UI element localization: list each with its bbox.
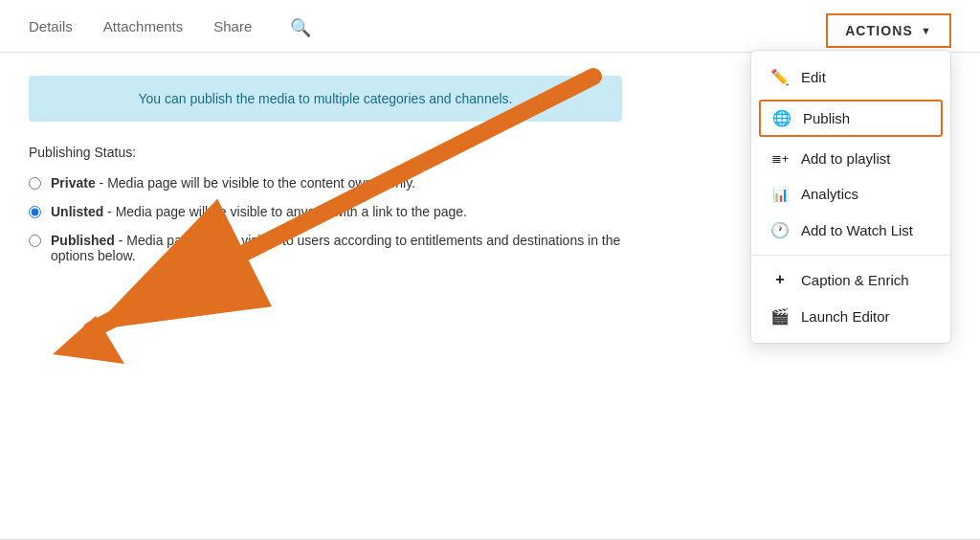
- menu-divider: [751, 255, 950, 256]
- analytics-icon: 📊: [770, 187, 790, 202]
- editor-icon: 🎬: [770, 307, 790, 326]
- search-icon-wrap[interactable]: 🔍: [290, 17, 311, 52]
- radio-published-desc: - Media page will be visible to users ac…: [51, 233, 620, 263]
- tab-details[interactable]: Details: [29, 18, 73, 51]
- menu-item-watch-list[interactable]: 🕐 Add to Watch List: [751, 212, 950, 249]
- svg-marker-2: [53, 316, 124, 364]
- radio-published-text: Published - Media page will be visible t…: [51, 233, 651, 263]
- tab-attachments[interactable]: Attachments: [103, 18, 183, 51]
- chevron-down-icon: ▼: [921, 25, 932, 36]
- radio-unlisted[interactable]: [29, 206, 41, 218]
- menu-item-launch-editor[interactable]: 🎬 Launch Editor: [751, 298, 950, 335]
- menu-item-caption-label: Caption & Enrich: [801, 272, 909, 288]
- tabs-bar: Details Attachments Share 🔍 ACTIONS ▼: [0, 0, 980, 53]
- menu-item-editor-label: Launch Editor: [801, 308, 890, 325]
- radio-published[interactable]: [29, 235, 41, 247]
- radio-private-text: Private - Media page will be visible to …: [51, 175, 415, 191]
- radio-unlisted-text: Unlisted - Media page will be visible to…: [51, 204, 467, 219]
- info-banner: You can publish the media to multiple ca…: [29, 76, 622, 122]
- radio-item-unlisted: Unlisted - Media page will be visible to…: [29, 204, 651, 219]
- menu-item-add-to-playlist[interactable]: ≣+ Add to playlist: [751, 141, 950, 176]
- menu-item-analytics[interactable]: 📊 Analytics: [751, 176, 950, 212]
- menu-item-watch-label: Add to Watch List: [801, 222, 913, 238]
- menu-item-playlist-label: Add to playlist: [801, 150, 890, 167]
- radio-published-label: Published: [51, 233, 115, 248]
- search-icon: 🔍: [290, 18, 311, 37]
- globe-icon: 🌐: [772, 109, 791, 127]
- playlist-icon: ≣+: [770, 151, 790, 166]
- radio-private-desc: - Media page will be visible to the cont…: [96, 175, 415, 191]
- dropdown-menu: ✏️ Edit 🌐 Publish ≣+ Add to playlist 📊 A…: [750, 50, 951, 344]
- menu-item-analytics-label: Analytics: [801, 186, 858, 202]
- actions-label: ACTIONS: [845, 23, 913, 38]
- menu-item-publish[interactable]: 🌐 Publish: [759, 100, 943, 137]
- radio-unlisted-label: Unlisted: [51, 204, 103, 219]
- info-banner-text: You can publish the media to multiple ca…: [139, 91, 513, 106]
- menu-item-caption[interactable]: + Caption & Enrich: [751, 261, 950, 298]
- radio-group: Private - Media page will be visible to …: [29, 175, 651, 263]
- plus-icon: +: [770, 271, 790, 288]
- watch-icon: 🕐: [770, 221, 790, 239]
- tab-share[interactable]: Share: [213, 18, 252, 51]
- radio-item-private: Private - Media page will be visible to …: [29, 175, 651, 191]
- radio-item-published: Published - Media page will be visible t…: [29, 233, 651, 263]
- menu-item-edit[interactable]: ✏️ Edit: [751, 58, 950, 96]
- actions-button[interactable]: ACTIONS ▼: [826, 13, 951, 48]
- radio-private[interactable]: [29, 177, 41, 190]
- menu-item-edit-label: Edit: [801, 69, 826, 85]
- radio-unlisted-desc: - Media page will be visible to anyone w…: [103, 204, 467, 219]
- menu-item-publish-label: Publish: [803, 110, 850, 126]
- radio-private-label: Private: [51, 175, 96, 191]
- edit-icon: ✏️: [770, 68, 790, 86]
- page-wrapper: Details Attachments Share 🔍 ACTIONS ▼ Yo…: [0, 0, 980, 540]
